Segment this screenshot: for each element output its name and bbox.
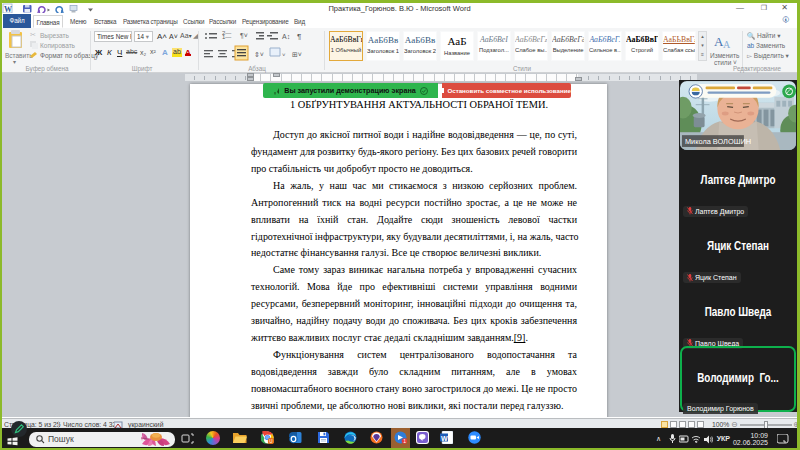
svg-text:¶˅: ¶˅ [240,32,248,39]
svg-text:Вставить: Вставить [5,52,33,59]
svg-text:¶: ¶ [297,32,301,41]
svg-text:Микола ВОЛОШИН: Микола ВОЛОШИН [685,137,751,146]
svg-text:˅: ˅ [282,52,286,58]
svg-text:U: U [269,439,272,444]
svg-text:W: W [441,435,448,442]
svg-text:⊞˅: ⊞˅ [292,51,302,58]
svg-text:2—: 2— [222,30,231,36]
svg-text:⇕˅: ⇕˅ [254,51,264,58]
svg-text:1: 1 [403,438,406,444]
svg-text:А↕: А↕ [282,33,290,40]
svg-text:✂: ✂ [30,31,36,38]
svg-text:A: A [723,39,731,50]
